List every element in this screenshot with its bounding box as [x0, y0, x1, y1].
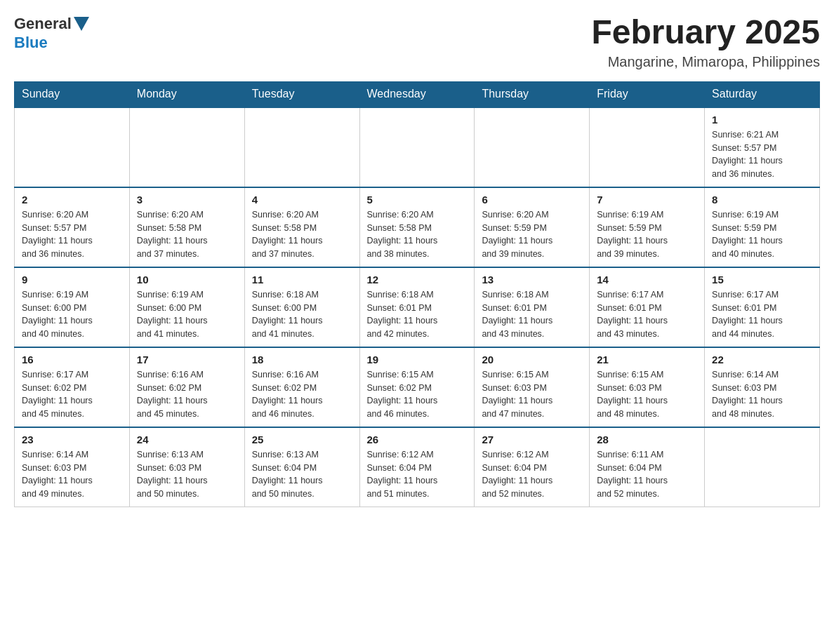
day-info: Sunrise: 6:14 AM Sunset: 6:03 PM Dayligh…: [22, 448, 122, 501]
calendar-cell: 11Sunrise: 6:18 AM Sunset: 6:00 PM Dayli…: [244, 267, 359, 347]
day-number: 2: [22, 194, 122, 206]
day-number: 14: [597, 274, 697, 286]
logo-general-text: General: [14, 15, 72, 33]
day-number: 17: [137, 354, 237, 365]
day-info: Sunrise: 6:12 AM Sunset: 6:04 PM Dayligh…: [367, 448, 468, 501]
calendar-cell: [590, 107, 705, 187]
day-info: Sunrise: 6:14 AM Sunset: 6:03 PM Dayligh…: [712, 368, 812, 421]
calendar-cell: 24Sunrise: 6:13 AM Sunset: 6:03 PM Dayli…: [129, 427, 244, 507]
calendar-cell: 23Sunrise: 6:14 AM Sunset: 6:03 PM Dayli…: [15, 427, 130, 507]
day-info: Sunrise: 6:20 AM Sunset: 5:58 PM Dayligh…: [367, 208, 468, 261]
calendar-cell: 12Sunrise: 6:18 AM Sunset: 6:01 PM Dayli…: [359, 267, 475, 347]
day-info: Sunrise: 6:17 AM Sunset: 6:01 PM Dayligh…: [712, 288, 812, 341]
day-info: Sunrise: 6:17 AM Sunset: 6:01 PM Dayligh…: [597, 288, 697, 341]
calendar-cell: 9Sunrise: 6:19 AM Sunset: 6:00 PM Daylig…: [15, 267, 130, 347]
day-info: Sunrise: 6:11 AM Sunset: 6:04 PM Dayligh…: [597, 448, 697, 501]
day-info: Sunrise: 6:21 AM Sunset: 5:57 PM Dayligh…: [712, 128, 812, 181]
logo-blue-text: Blue: [14, 34, 48, 51]
calendar-cell: 21Sunrise: 6:15 AM Sunset: 6:03 PM Dayli…: [590, 347, 705, 427]
day-info: Sunrise: 6:15 AM Sunset: 6:03 PM Dayligh…: [597, 368, 697, 421]
calendar-cell: 10Sunrise: 6:19 AM Sunset: 6:00 PM Dayli…: [129, 267, 244, 347]
calendar-cell: 6Sunrise: 6:20 AM Sunset: 5:59 PM Daylig…: [475, 187, 590, 267]
day-number: 9: [22, 274, 122, 286]
day-info: Sunrise: 6:16 AM Sunset: 6:02 PM Dayligh…: [137, 368, 237, 421]
svg-marker-0: [74, 17, 89, 31]
calendar-cell: 4Sunrise: 6:20 AM Sunset: 5:58 PM Daylig…: [244, 187, 359, 267]
day-header-wednesday: Wednesday: [359, 81, 475, 107]
calendar-cell: 14Sunrise: 6:17 AM Sunset: 6:01 PM Dayli…: [590, 267, 705, 347]
day-info: Sunrise: 6:19 AM Sunset: 6:00 PM Dayligh…: [22, 288, 122, 341]
calendar-week-row: 2Sunrise: 6:20 AM Sunset: 5:57 PM Daylig…: [15, 187, 820, 267]
day-header-saturday: Saturday: [705, 81, 820, 107]
logo: General Blue: [14, 14, 89, 52]
day-number: 19: [367, 354, 468, 365]
day-number: 12: [367, 274, 468, 286]
day-number: 21: [597, 354, 697, 365]
calendar-cell: 22Sunrise: 6:14 AM Sunset: 6:03 PM Dayli…: [705, 347, 820, 427]
calendar-cell: 17Sunrise: 6:16 AM Sunset: 6:02 PM Dayli…: [129, 347, 244, 427]
calendar-table: SundayMondayTuesdayWednesdayThursdayFrid…: [14, 81, 820, 507]
calendar-cell: 15Sunrise: 6:17 AM Sunset: 6:01 PM Dayli…: [705, 267, 820, 347]
title-group: February 2025 Mangarine, Mimaropa, Phili…: [591, 14, 820, 70]
calendar-cell: 20Sunrise: 6:15 AM Sunset: 6:03 PM Dayli…: [475, 347, 590, 427]
day-number: 28: [597, 434, 697, 445]
day-info: Sunrise: 6:20 AM Sunset: 5:59 PM Dayligh…: [482, 208, 582, 261]
calendar-cell: [244, 107, 359, 187]
day-header-friday: Friday: [590, 81, 705, 107]
day-number: 3: [137, 194, 237, 206]
day-info: Sunrise: 6:20 AM Sunset: 5:57 PM Dayligh…: [22, 208, 122, 261]
day-headers-row: SundayMondayTuesdayWednesdayThursdayFrid…: [15, 81, 820, 107]
day-header-monday: Monday: [129, 81, 244, 107]
day-number: 18: [252, 354, 352, 365]
day-info: Sunrise: 6:18 AM Sunset: 6:00 PM Dayligh…: [252, 288, 352, 341]
month-title: February 2025: [591, 14, 820, 51]
location-subtitle: Mangarine, Mimaropa, Philippines: [591, 54, 820, 70]
calendar-cell: 27Sunrise: 6:12 AM Sunset: 6:04 PM Dayli…: [475, 427, 590, 507]
calendar-cell: 13Sunrise: 6:18 AM Sunset: 6:01 PM Dayli…: [475, 267, 590, 347]
calendar-cell: 16Sunrise: 6:17 AM Sunset: 6:02 PM Dayli…: [15, 347, 130, 427]
day-number: 16: [22, 354, 122, 365]
day-number: 26: [367, 434, 468, 445]
day-number: 10: [137, 274, 237, 286]
day-info: Sunrise: 6:20 AM Sunset: 5:58 PM Dayligh…: [252, 208, 352, 261]
calendar-week-row: 16Sunrise: 6:17 AM Sunset: 6:02 PM Dayli…: [15, 347, 820, 427]
calendar-week-row: 1Sunrise: 6:21 AM Sunset: 5:57 PM Daylig…: [15, 107, 820, 187]
day-header-thursday: Thursday: [475, 81, 590, 107]
day-number: 4: [252, 194, 352, 206]
calendar-cell: 2Sunrise: 6:20 AM Sunset: 5:57 PM Daylig…: [15, 187, 130, 267]
day-info: Sunrise: 6:16 AM Sunset: 6:02 PM Dayligh…: [252, 368, 352, 421]
day-info: Sunrise: 6:18 AM Sunset: 6:01 PM Dayligh…: [367, 288, 468, 341]
day-number: 6: [482, 194, 582, 206]
day-number: 22: [712, 354, 812, 365]
day-number: 24: [137, 434, 237, 445]
logo-arrow-icon: [74, 17, 89, 31]
calendar-cell: 26Sunrise: 6:12 AM Sunset: 6:04 PM Dayli…: [359, 427, 475, 507]
calendar-cell: [129, 107, 244, 187]
day-number: 13: [482, 274, 582, 286]
calendar-header: SundayMondayTuesdayWednesdayThursdayFrid…: [15, 81, 820, 107]
day-number: 27: [482, 434, 582, 445]
day-info: Sunrise: 6:12 AM Sunset: 6:04 PM Dayligh…: [482, 448, 582, 501]
day-number: 25: [252, 434, 352, 445]
day-info: Sunrise: 6:19 AM Sunset: 5:59 PM Dayligh…: [597, 208, 697, 261]
calendar-cell: 18Sunrise: 6:16 AM Sunset: 6:02 PM Dayli…: [244, 347, 359, 427]
day-info: Sunrise: 6:18 AM Sunset: 6:01 PM Dayligh…: [482, 288, 582, 341]
calendar-cell: 7Sunrise: 6:19 AM Sunset: 5:59 PM Daylig…: [590, 187, 705, 267]
day-number: 7: [597, 194, 697, 206]
calendar-cell: 8Sunrise: 6:19 AM Sunset: 5:59 PM Daylig…: [705, 187, 820, 267]
calendar-body: 1Sunrise: 6:21 AM Sunset: 5:57 PM Daylig…: [15, 107, 820, 507]
calendar-week-row: 23Sunrise: 6:14 AM Sunset: 6:03 PM Dayli…: [15, 427, 820, 507]
day-info: Sunrise: 6:15 AM Sunset: 6:03 PM Dayligh…: [482, 368, 582, 421]
page-header: General Blue February 2025 Mangarine, Mi…: [14, 14, 820, 70]
calendar-cell: 5Sunrise: 6:20 AM Sunset: 5:58 PM Daylig…: [359, 187, 475, 267]
day-info: Sunrise: 6:13 AM Sunset: 6:03 PM Dayligh…: [137, 448, 237, 501]
day-number: 20: [482, 354, 582, 365]
calendar-week-row: 9Sunrise: 6:19 AM Sunset: 6:00 PM Daylig…: [15, 267, 820, 347]
day-number: 15: [712, 274, 812, 286]
calendar-cell: 19Sunrise: 6:15 AM Sunset: 6:02 PM Dayli…: [359, 347, 475, 427]
day-number: 1: [712, 114, 812, 126]
day-info: Sunrise: 6:19 AM Sunset: 6:00 PM Dayligh…: [137, 288, 237, 341]
day-number: 23: [22, 434, 122, 445]
calendar-cell: 3Sunrise: 6:20 AM Sunset: 5:58 PM Daylig…: [129, 187, 244, 267]
calendar-cell: 1Sunrise: 6:21 AM Sunset: 5:57 PM Daylig…: [705, 107, 820, 187]
